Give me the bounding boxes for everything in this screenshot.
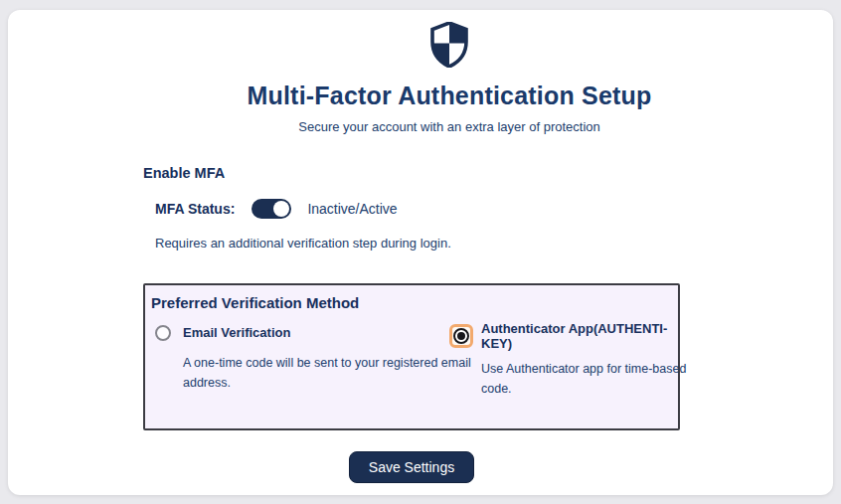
authenticator-app-radio[interactable] <box>453 328 469 344</box>
email-verification-radio[interactable] <box>155 325 171 341</box>
option-email-verification: Email Verification A one-time code will … <box>151 321 449 399</box>
page-title: Multi-Factor Authentication Setup <box>145 82 754 110</box>
actions-bar: Save Settings <box>143 451 680 483</box>
email-verification-description: A one-time code will be sent to your reg… <box>183 353 481 393</box>
mfa-status-label: MFA Status: <box>155 201 235 217</box>
authenticator-app-description: Use Authenticator app for time-based cod… <box>481 359 695 399</box>
option-authenticator-app: Authenticator App(AUTHENTI-KEY) Use Auth… <box>449 321 695 399</box>
mfa-content: Enable MFA MFA Status: Inactive/Active R… <box>143 165 680 430</box>
toggle-knob-icon <box>273 201 289 217</box>
radio-highlight-frame <box>151 321 175 345</box>
authenticator-app-label[interactable]: Authenticator App(AUTHENTI-KEY) <box>481 321 695 351</box>
shield-icon <box>430 22 468 68</box>
email-verification-label[interactable]: Email Verification <box>183 325 290 340</box>
mfa-status-value: Inactive/Active <box>307 201 397 217</box>
verification-method-box: Preferred Verification Method Email Veri… <box>143 283 680 430</box>
mfa-setup-header: Multi-Factor Authentication Setup Secure… <box>145 22 754 134</box>
mfa-setup-card: Multi-Factor Authentication Setup Secure… <box>8 10 833 495</box>
save-settings-button[interactable]: Save Settings <box>349 451 474 483</box>
enable-mfa-section-label: Enable MFA <box>143 165 680 181</box>
radio-highlight-frame <box>449 324 473 348</box>
mfa-status-row: MFA Status: Inactive/Active <box>155 199 680 219</box>
page-subtitle: Secure your account with an extra layer … <box>145 119 754 134</box>
mfa-description: Requires an additional verification step… <box>155 236 680 251</box>
verification-method-heading: Preferred Verification Method <box>151 294 670 311</box>
verification-options: Email Verification A one-time code will … <box>151 321 670 399</box>
mfa-status-toggle[interactable] <box>252 199 291 219</box>
